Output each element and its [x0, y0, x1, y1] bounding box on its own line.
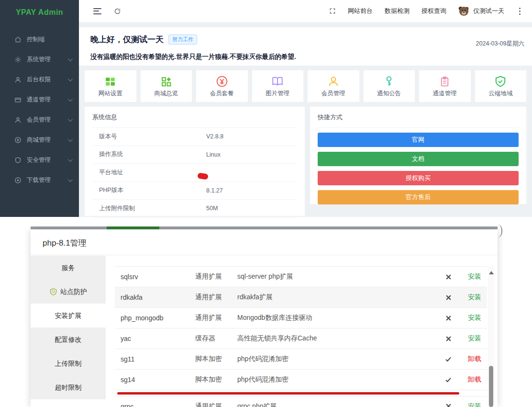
card-mall-overview[interactable]: 商城总览 — [141, 70, 192, 102]
home-icon — [14, 36, 22, 43]
mall-icon — [14, 136, 22, 144]
link-data-check[interactable]: 数据检测 — [385, 7, 410, 15]
info-row-platform-url: 平台地址 — [92, 164, 297, 182]
red-marker-underline — [117, 392, 459, 395]
squares-icon — [141, 75, 192, 88]
cross-icon — [434, 403, 462, 407]
modal-menu: 服务 站点防护 安装扩展 配置修改 上传限制 超时限制 — [31, 256, 106, 399]
docs-button[interactable]: 文档 — [318, 152, 519, 166]
uninstall-link[interactable]: 卸载 — [462, 355, 487, 363]
quick-cards-row: 网站设置 商城总览 会员套餐 图片管理 会员管理 通知公告 通道管理 云端地域 — [85, 70, 526, 102]
sidebar-item-channels[interactable]: 通道管理 — [0, 90, 79, 110]
php-manager-window: php-8.1管理 服务 站点防护 安装扩展 配置修改 上传限制 超时限制 sq… — [31, 229, 498, 407]
avatar — [458, 6, 469, 17]
scroll-up-arrow[interactable] — [489, 271, 494, 274]
card-notice[interactable]: 通知公告 — [364, 70, 415, 102]
menu-item-config[interactable]: 配置修改 — [31, 328, 106, 351]
yen-circle-icon — [196, 75, 248, 88]
cross-icon — [434, 315, 462, 322]
chevron-down-icon — [68, 177, 73, 182]
install-link[interactable]: 安装 — [462, 272, 487, 281]
uninstall-link[interactable]: 卸载 — [462, 375, 487, 384]
check-icon — [434, 376, 462, 384]
license-buy-button[interactable]: 授权购买 — [318, 171, 519, 185]
card-cloud-region[interactable]: 云端地域 — [475, 70, 527, 102]
chevron-down-icon — [68, 117, 73, 122]
cross-icon — [434, 335, 462, 342]
sidebar-item-system[interactable]: 系统管理 — [0, 49, 79, 69]
table-row-sg11: sg11 脚本加密 php代码混淆加密 卸载 — [115, 349, 487, 370]
user-menu[interactable]: 仅测试一天 — [458, 6, 504, 17]
after-sales-button[interactable]: 官方售后 — [318, 190, 519, 204]
fullscreen-icon[interactable] — [329, 8, 336, 14]
collapse-menu-icon[interactable] — [93, 8, 101, 14]
shield-check-icon — [475, 75, 527, 88]
install-link[interactable]: 安装 — [462, 293, 487, 302]
cross-icon — [434, 273, 462, 281]
shield-icon — [14, 157, 22, 164]
system-info-panel: 系统信息 版本号 V2.8.8 操作系统 Linux 平台地址 PHP版本 8.… — [85, 107, 305, 216]
table-scrollbar-thumb[interactable] — [489, 366, 493, 407]
table-row-yac: yac 缓存器 高性能无锁共享内存Cache 安装 — [115, 328, 487, 349]
install-link[interactable]: 安装 — [462, 314, 487, 322]
info-row-os: 操作系统 Linux — [92, 146, 297, 164]
table-row-sqlsrv: sqlsrv 通用扩展 sql-server php扩展 安装 — [115, 267, 487, 287]
sidebar-item-members[interactable]: 会员管理 — [0, 110, 79, 130]
menu-item-timeout-limit[interactable]: 超时限制 — [31, 375, 106, 399]
current-date: 2024-03-09星期六 — [476, 40, 524, 48]
card-member-manage[interactable]: 会员管理 — [308, 70, 359, 102]
info-row-php-version: PHP版本 8.1.27 — [92, 182, 297, 200]
sidebar-menu: 控制端 系统管理 后台权限 通道管理 会员管理 商城管理 — [0, 29, 79, 190]
official-site-button[interactable]: 官网 — [318, 133, 519, 147]
sidebar-item-security[interactable]: 安全管理 — [0, 150, 79, 170]
gear-icon — [14, 56, 22, 63]
channel-icon — [14, 96, 22, 103]
menu-item-install-ext[interactable]: 安装扩展 — [31, 304, 106, 328]
status-badge: 努力工作 — [168, 34, 197, 45]
card-channel-manage[interactable]: 通道管理 — [419, 70, 471, 102]
install-link[interactable]: 安装 — [462, 334, 487, 343]
menu-item-service[interactable]: 服务 — [31, 256, 106, 280]
info-row-version: 版本号 V2.8.8 — [92, 128, 297, 146]
greeting-title: 晚上好，仅测试一天 — [90, 34, 164, 45]
table-scrollbar[interactable] — [488, 266, 494, 407]
clipboard-icon — [419, 75, 471, 88]
menu-item-upload-limit[interactable]: 上传限制 — [31, 351, 106, 375]
chevron-down-icon — [68, 157, 73, 162]
sidebar: YPAY Admin 控制端 系统管理 后台权限 通道管理 会员管理 商 — [0, 0, 79, 217]
table-row-sg14: sg14 脚本加密 php代码混淆加密 卸载 — [115, 370, 487, 390]
chevron-down-icon — [68, 137, 73, 142]
sidebar-item-permissions[interactable]: 后台权限 — [0, 69, 79, 90]
daily-motto: 没有温暖的阳也没有希望的光.世界只是一片狼藉.不要抹灭你最后的希望. — [90, 53, 525, 61]
app-logo: YPAY Admin — [0, 0, 79, 17]
chevron-down-icon — [68, 77, 73, 81]
table-row-php-mongodb: php_mongodb 通用扩展 Mongodb数据库连接驱动 安装 — [115, 308, 487, 328]
chevron-down-icon — [68, 57, 73, 61]
modal-title: php-8.1管理 — [31, 229, 498, 255]
dashboard-content: 晚上好，仅测试一天 努力工作 2024-03-09星期六 没有温暖的阳也没有希望… — [79, 23, 532, 217]
shortcuts-title: 快捷方式 — [318, 113, 519, 128]
site-shield-icon — [49, 288, 57, 296]
greeting-card: 晚上好，仅测试一天 努力工作 2024-03-09星期六 没有温暖的阳也没有希望… — [79, 27, 532, 66]
card-site-settings[interactable]: 网站设置 — [85, 70, 136, 102]
download-icon — [14, 177, 22, 184]
card-image-manage[interactable]: 图片管理 — [252, 70, 304, 102]
grid-icon — [85, 75, 136, 88]
key-icon — [364, 75, 415, 88]
user-icon — [14, 76, 22, 83]
table-row-grpc: grpc 通用扩展 grpc php扩展 安装 — [115, 396, 487, 407]
refresh-icon[interactable] — [114, 8, 121, 15]
card-member-package[interactable]: 会员套餐 — [196, 70, 248, 102]
sidebar-item-mall[interactable]: 商城管理 — [0, 130, 79, 150]
link-site-frontend[interactable]: 网站前台 — [348, 7, 373, 15]
install-link[interactable]: 安装 — [462, 402, 487, 407]
more-menu-icon[interactable] — [516, 7, 523, 16]
window-edge-curve — [498, 225, 502, 237]
link-license-query[interactable]: 授权查询 — [421, 7, 446, 15]
chevron-down-icon — [68, 97, 73, 102]
sidebar-item-downloads[interactable]: 下载管理 — [0, 170, 79, 190]
person-icon — [308, 75, 359, 88]
sidebar-item-dashboard[interactable]: 控制端 — [0, 29, 79, 49]
menu-item-site-protect[interactable]: 站点防护 — [31, 280, 106, 304]
cross-icon — [434, 294, 462, 301]
